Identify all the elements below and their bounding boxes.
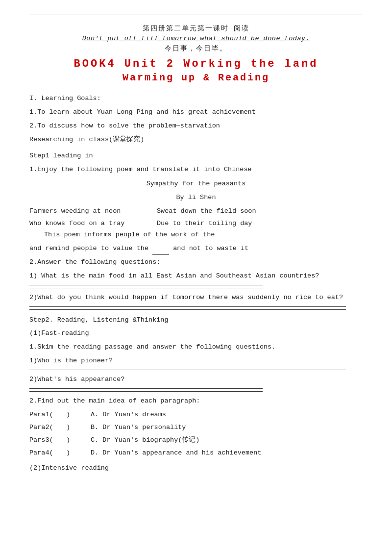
para3-label: Pars3( [29, 435, 66, 446]
top-border [29, 15, 363, 15]
para1-option: A. Dr Yuan's dreams [91, 409, 363, 421]
page: 第四册第二单元第一课时 阅读 Don't put off till tomorr… [0, 0, 392, 555]
q2-answer-2-area [29, 306, 363, 310]
poem-right-2: Due to their toiling day [157, 218, 363, 229]
answer-line-2b [29, 309, 346, 310]
q2-answer-1-area [29, 285, 363, 288]
step2-section: Step2. Reading, Listening &Thinking (1)F… [29, 315, 363, 474]
blank-2 [152, 243, 169, 255]
sub-title: Warming up & Reading [29, 72, 363, 83]
poem-note-1: This poem informs people of the work of … [44, 229, 363, 241]
poem-note-2: and remind people to value the and not t… [29, 243, 363, 254]
poem-right-1: Sweat down the field soon [157, 205, 363, 217]
step1-section: Step1 leading in 1.Enjoy the following p… [29, 151, 363, 310]
para4-paren: ) [66, 448, 91, 459]
q2-title: 2.Answer the following questions: [29, 257, 363, 268]
para-row-1: Para1( ) A. Dr Yuan's dreams [29, 409, 363, 421]
main-title: BOOK4 Unit 2 Working the land [29, 58, 363, 70]
header: 第四册第二单元第一课时 阅读 Don't put off till tomorr… [29, 24, 363, 83]
blank-1 [219, 229, 235, 241]
fast-q1: 1)Who is the pioneer? [29, 355, 363, 367]
fast-reading-intro: 1.Skim the reading passage and answer th… [29, 342, 363, 353]
poem-left-2: Who knows food on a tray [29, 218, 157, 229]
step1-title: Step1 leading in [29, 151, 363, 162]
section-learning-goals: I. Learning Goals: 1.To learn about Yuan… [29, 93, 363, 146]
subtitle: 第四册第二单元第一课时 阅读 [29, 24, 363, 33]
para2-option: B. Dr Yuan's personality [91, 422, 363, 433]
para1-paren: ) [66, 409, 91, 421]
poem-author: By li Shen [29, 192, 363, 203]
section-i-title: I. Learning Goals: [29, 93, 363, 104]
answer-line-1b [29, 288, 263, 288]
answer-line-2a [29, 306, 346, 307]
motto-cn: 今日事，今日毕。 [29, 44, 363, 53]
fast-q1-answer-line [29, 370, 346, 370]
poem-line-1: Farmers weeding at noon Sweat down the f… [29, 205, 363, 217]
para-row-4: Para4( ) D. Dr Yuan's appearance and his… [29, 448, 363, 459]
learning-goal-1: 1.To learn about Yuan Long Ping and his … [29, 107, 363, 118]
fast-q2-answer-area [29, 388, 363, 392]
para4-option: D. Dr Yuan's appearance and his achievem… [91, 448, 363, 459]
para3-paren: ) [66, 435, 91, 446]
q2-item-2: 2)What do you think would happen if tomo… [29, 292, 363, 303]
para-row-3: Pars3( ) C. Dr Yuan's biography(传记) [29, 435, 363, 446]
main-idea-title: 2.Find out the main idea of each paragra… [29, 396, 363, 407]
fast-q2-answer-line-b [29, 391, 263, 392]
para2-label: Para2( [29, 422, 66, 433]
fast-q1-answer-area [29, 370, 363, 370]
poem-left-1: Farmers weeding at noon [29, 205, 157, 217]
para2-paren: ) [66, 422, 91, 433]
learning-goal-3: Researching in class(课堂探究) [29, 134, 363, 146]
poem-title: Sympathy for the peasants [29, 178, 363, 190]
fast-q2-answer-line-a [29, 388, 263, 389]
para1-label: Para1( [29, 409, 66, 421]
step2-title: Step2. Reading, Listening &Thinking [29, 315, 363, 326]
fast-q2: 2)What's his appearance? [29, 374, 363, 385]
para3-option: C. Dr Yuan's biography(传记) [91, 435, 363, 446]
step1-intro: 1.Enjoy the following poem and translate… [29, 164, 363, 176]
learning-goal-2: 2.To discuss how to solve the problem—st… [29, 121, 363, 132]
motto-italic: Don't put off till tomorrow what should … [29, 35, 363, 42]
para-row-2: Para2( ) B. Dr Yuan's personality [29, 422, 363, 433]
intensive-title: (2)Intensive reading [29, 463, 363, 474]
poem-line-2: Who knows food on a tray Due to their to… [29, 218, 363, 229]
paragraphs-list: Para1( ) A. Dr Yuan's dreams Para2( ) B.… [29, 409, 363, 459]
answer-line-1a [29, 285, 263, 285]
fast-reading-title: (1)Fast-reading [29, 328, 363, 339]
para4-label: Para4( [29, 448, 66, 459]
q2-item-1: 1) What is the main food in all East Asi… [29, 271, 363, 282]
